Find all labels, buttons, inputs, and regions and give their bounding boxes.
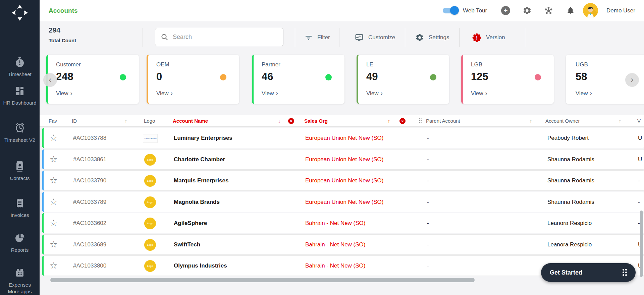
favorite-star-icon[interactable]: ☆ — [50, 256, 57, 276]
cards-scroll-right-button[interactable]: › — [625, 73, 639, 87]
table-row[interactable]: ☆ #AC1033788 ThalesAlenia Luminary Enter… — [42, 128, 644, 148]
sort-up-icon[interactable]: ↑ — [529, 115, 532, 127]
view-label: View — [576, 90, 588, 97]
more-apps-link[interactable]: More apps — [0, 289, 40, 294]
card-view-link[interactable]: View› — [262, 90, 278, 97]
column-account-owner[interactable]: Account Owner — [545, 115, 580, 127]
toggle-knob — [450, 6, 459, 15]
drag-handle-icon[interactable] — [419, 118, 422, 123]
favorite-star-icon[interactable]: ☆ — [50, 213, 57, 233]
receipt-icon — [14, 197, 26, 209]
sidebar-item-timesheet[interactable]: Timesheet — [0, 56, 40, 78]
sort-up-icon[interactable]: ↑ — [124, 115, 127, 127]
card-le[interactable]: LE 49 View› — [357, 55, 449, 104]
user-avatar[interactable] — [583, 3, 598, 18]
table-row[interactable]: ☆ #AC1033861 Logo Charlotte Chamber Euro… — [42, 149, 644, 170]
card-view-link[interactable]: View› — [56, 90, 72, 97]
pie-chart-icon — [14, 232, 26, 244]
card-oem[interactable]: OEM 0 View› — [147, 55, 239, 104]
sales-org: Bahrain - Net New (SO) — [305, 256, 366, 276]
column-id[interactable]: ID — [72, 115, 77, 127]
add-icon[interactable]: + — [501, 6, 510, 15]
app-logo-icon[interactable] — [0, 4, 40, 23]
table-header: Fav ID ↑ Logo Account Name ↓ × Sales Org… — [40, 115, 644, 127]
account-logo-badge: Logo — [144, 154, 156, 166]
vertical-scrollbar[interactable] — [640, 211, 643, 277]
sidebar-item-contacts[interactable]: Contacts — [0, 160, 40, 182]
total-count-label: Total Count — [49, 38, 76, 43]
view-label: View — [366, 90, 379, 97]
parent-account: - — [427, 128, 429, 148]
column-truncated[interactable]: V — [637, 115, 641, 127]
gear-icon[interactable] — [523, 6, 532, 15]
table-row[interactable]: ☆ #AC1033689 Logo SwiftTech Bahrain - Ne… — [42, 234, 644, 255]
column-sales-org[interactable]: Sales Org — [304, 115, 328, 127]
card-partner[interactable]: Partner 46 View› — [252, 55, 344, 104]
horizontal-scrollbar[interactable] — [50, 278, 475, 282]
sort-up-icon[interactable]: ↑ — [619, 115, 621, 127]
card-count: 248 — [56, 71, 73, 83]
favorite-star-icon[interactable]: ☆ — [50, 171, 57, 190]
apps-hub-icon[interactable] — [544, 6, 553, 15]
table-row[interactable]: ☆ #AC1033789 Logo Magnolia Brands Europe… — [42, 192, 644, 212]
extra-cell: - — [638, 192, 640, 212]
web-tour-label: Web Tour — [463, 0, 487, 21]
sidebar-item-hr-dashboard[interactable]: HR Dashboard — [0, 85, 40, 106]
sort-down-icon[interactable]: ↓ — [278, 115, 280, 127]
parent-account: - — [427, 235, 429, 254]
sidebar-item-label: Expenses — [0, 282, 40, 288]
card-title: Partner — [262, 61, 280, 68]
status-dot — [430, 74, 436, 80]
account-name: AgileSphere — [174, 213, 207, 233]
sidebar-item-expenses[interactable]: Expenses — [0, 268, 40, 288]
clear-sort-icon[interactable]: × — [399, 118, 406, 124]
get-started-label: Get Started — [550, 263, 582, 282]
settings-button[interactable]: Settings — [415, 21, 449, 54]
web-tour-toggle[interactable] — [443, 8, 457, 13]
card-view-link[interactable]: View› — [576, 90, 592, 97]
chevron-right-icon: › — [590, 90, 592, 97]
filter-button[interactable]: Filter — [305, 21, 330, 54]
table-row[interactable]: ☆ #AC1033790 Logo Marquis Enterprises Eu… — [42, 170, 644, 191]
column-fav[interactable]: Fav — [49, 115, 57, 127]
sidebar-item-invoices[interactable]: Invoices — [0, 197, 40, 219]
sales-org: Bahrain - Net New (SO) — [305, 213, 366, 233]
parent-account: - — [427, 171, 429, 190]
favorite-star-icon[interactable]: ☆ — [50, 128, 57, 148]
card-view-link[interactable]: View› — [366, 90, 383, 97]
favorite-star-icon[interactable]: ☆ — [50, 235, 57, 254]
get-started-button[interactable]: Get Started — [541, 263, 636, 282]
card-customer[interactable]: Customer 248 View› — [46, 55, 139, 104]
account-logo: ThalesAlenia — [143, 134, 158, 143]
sort-up-icon[interactable]: ↑ — [387, 115, 390, 127]
parent-account: - — [427, 150, 429, 169]
customize-button[interactable]: Customize — [355, 21, 395, 54]
account-logo-badge: Logo — [144, 260, 156, 272]
customize-label: Customize — [368, 34, 395, 41]
search-input[interactable] — [173, 28, 280, 46]
favorite-star-icon[interactable]: ☆ — [50, 150, 57, 169]
card-lgb[interactable]: LGB 125 View› — [461, 55, 554, 104]
card-view-link[interactable]: View› — [471, 90, 487, 97]
favorite-star-icon[interactable]: ☆ — [50, 192, 57, 212]
status-dot — [325, 74, 332, 80]
cards-scroll-left-button[interactable]: ‹ — [43, 73, 57, 87]
filter-icon — [305, 34, 313, 42]
sidebar-item-timesheet-v2[interactable]: Timesheet V2 — [0, 121, 40, 143]
view-label: View — [471, 90, 483, 97]
column-logo[interactable]: Logo — [144, 115, 155, 127]
column-account-name[interactable]: Account Name — [173, 115, 208, 127]
clear-sort-icon[interactable]: × — [288, 118, 294, 124]
sidebar-item-reports[interactable]: Reports — [0, 232, 40, 253]
search-icon — [161, 33, 169, 41]
card-view-link[interactable]: View› — [156, 90, 173, 97]
account-id: #AC1033788 — [73, 128, 106, 148]
notifications-bell-icon[interactable] — [566, 6, 575, 15]
version-button[interactable]: ! Version — [472, 21, 505, 54]
column-parent-account[interactable]: Parent Account — [426, 115, 460, 127]
table-row[interactable]: ☆ #AC1033602 Logo AgileSphere Bahrain - … — [42, 213, 644, 233]
account-id: #AC1033861 — [73, 150, 106, 169]
card-count: 0 — [156, 71, 162, 83]
sales-org: Bahrain - Net New (SO) — [305, 235, 366, 254]
toolbar: 294 Total Count Filter Customize — [40, 21, 644, 54]
